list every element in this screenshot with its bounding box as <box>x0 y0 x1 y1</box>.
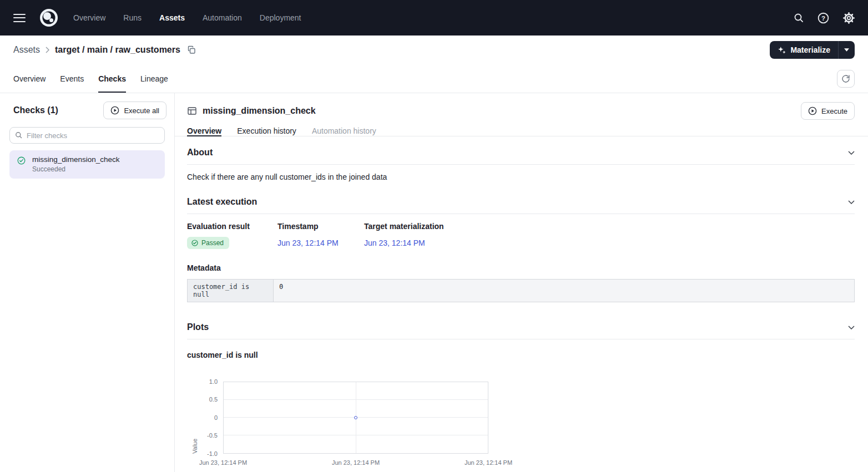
section-divider <box>187 164 855 165</box>
y-tick: -1.0 <box>187 450 218 457</box>
help-button[interactable]: ? <box>817 12 829 24</box>
nav-runs[interactable]: Runs <box>120 11 145 24</box>
filter-checks-input[interactable] <box>9 127 165 144</box>
status-badge: Passed <box>187 237 229 249</box>
list-item-check[interactable]: missing_dimension_check Succeeded <box>9 150 165 179</box>
checks-sidebar-header: Checks (1) Execute all <box>0 93 174 127</box>
about-section-header[interactable]: About <box>187 136 855 164</box>
breadcrumb: Assets target / main / raw_customers <box>13 45 196 55</box>
subtab-overview[interactable]: Overview <box>187 125 221 136</box>
checks-list: missing_dimension_check Succeeded <box>0 150 174 179</box>
col-timestamp: Timestamp <box>277 222 364 231</box>
metadata-heading: Metadata <box>187 263 855 272</box>
refresh-icon <box>841 74 850 83</box>
asset-key-path: target / main / raw_customers <box>55 45 180 55</box>
y-tick: 0 <box>187 414 218 421</box>
tab-events[interactable]: Events <box>60 64 84 93</box>
asset-tabs: Overview Events Checks Lineage <box>13 64 168 93</box>
check-title: missing_dimension_check <box>203 106 795 116</box>
hamburger-icon <box>13 14 26 22</box>
check-detail-header: missing_dimension_check Execute <box>175 93 868 125</box>
search-icon <box>794 13 804 23</box>
target-materialization-link[interactable]: Jun 23, 12:14 PM <box>364 238 855 247</box>
nav-assets[interactable]: Assets <box>156 11 188 24</box>
copy-icon <box>187 45 196 54</box>
plots-section-header[interactable]: Plots <box>187 302 855 339</box>
col-evaluation-result: Evaluation result <box>187 222 277 231</box>
latest-execution-section-header[interactable]: Latest execution <box>187 181 855 214</box>
search-icon <box>15 131 22 139</box>
gear-icon <box>843 12 855 24</box>
x-tick: Jun 23, 12:14 PM <box>465 459 512 466</box>
filter-checks-wrap <box>9 127 165 144</box>
refresh-button[interactable] <box>837 70 855 88</box>
asset-check-icon <box>187 106 197 116</box>
section-divider <box>187 214 855 214</box>
check-description: Check if there are any null customer_ids… <box>187 172 855 181</box>
sparkle-icon <box>778 46 786 54</box>
chevron-right-icon <box>46 47 49 53</box>
play-circle-icon <box>110 106 119 115</box>
materialize-label: Materialize <box>790 45 830 54</box>
asset-tabs-row: Overview Events Checks Lineage <box>0 64 868 93</box>
execution-table-header: Evaluation result Timestamp Target mater… <box>187 222 855 231</box>
plot-area <box>223 382 488 454</box>
settings-button[interactable] <box>843 12 855 24</box>
menu-button[interactable] <box>13 14 26 22</box>
app-logo-icon[interactable] <box>39 8 59 28</box>
help-icon: ? <box>817 12 829 24</box>
materialize-options-button[interactable] <box>838 41 855 59</box>
subtab-automation-history[interactable]: Automation history <box>312 125 376 136</box>
primary-nav: Overview Runs Assets Automation Deployme… <box>70 11 305 24</box>
evaluation-result: Passed <box>201 239 224 247</box>
metadata-table: customer_id is null 0 <box>187 279 855 302</box>
check-success-icon <box>191 240 198 246</box>
execute-all-button[interactable]: Execute all <box>103 101 166 119</box>
breadcrumb-row: Assets target / main / raw_customers Mat… <box>0 35 868 64</box>
nav-overview[interactable]: Overview <box>70 11 109 24</box>
tab-overview[interactable]: Overview <box>13 64 46 93</box>
nav-automation[interactable]: Automation <box>199 11 245 24</box>
metadata-value: 0 <box>274 280 854 302</box>
execute-button[interactable]: Execute <box>801 102 855 120</box>
breadcrumb-assets-link[interactable]: Assets <box>13 45 40 55</box>
check-name: missing_dimension_check <box>32 155 158 164</box>
plots-heading: Plots <box>187 322 209 332</box>
checks-sidebar: Checks (1) Execute all missing_dimension… <box>0 93 175 472</box>
metadata-plot: Value 1.0 0.5 0 -0.5 -1.0 Jun 23, 12:14 … <box>187 382 855 472</box>
materialize-button[interactable]: Materialize <box>770 41 838 59</box>
svg-text:?: ? <box>821 14 825 21</box>
subtab-execution-history[interactable]: Execution history <box>237 125 296 136</box>
col-target-materialization: Target materialization <box>364 222 855 231</box>
checks-count-title: Checks (1) <box>13 105 58 115</box>
tab-checks[interactable]: Checks <box>98 64 126 93</box>
section-divider <box>187 339 855 339</box>
y-tick: 0.5 <box>187 396 218 403</box>
latest-execution-heading: Latest execution <box>187 197 257 207</box>
x-tick: Jun 23, 12:14 PM <box>199 459 247 466</box>
tab-lineage[interactable]: Lineage <box>140 64 168 93</box>
y-tick: -0.5 <box>187 432 218 439</box>
metadata-key: customer_id is null <box>188 280 274 302</box>
chart-point[interactable] <box>354 416 357 419</box>
check-detail-body: About Check if there are any null custom… <box>175 136 868 472</box>
materialize-split-button: Materialize <box>770 41 855 59</box>
top-navigation: Overview Runs Assets Automation Deployme… <box>0 0 868 35</box>
check-detail-pane: missing_dimension_check Execute Overview… <box>175 93 868 472</box>
chevron-down-icon <box>848 326 855 329</box>
about-heading: About <box>187 148 213 158</box>
chevron-down-icon <box>848 151 855 155</box>
content-area: Checks (1) Execute all missing_dimension… <box>0 93 868 472</box>
play-circle-icon <box>808 106 817 115</box>
copy-button[interactable] <box>187 45 196 54</box>
caret-down-icon <box>844 48 849 52</box>
chevron-down-icon <box>848 200 855 204</box>
timestamp-link[interactable]: Jun 23, 12:14 PM <box>277 238 364 247</box>
execution-table-row: Passed Jun 23, 12:14 PM Jun 23, 12:14 PM <box>187 237 855 249</box>
search-button[interactable] <box>794 13 804 23</box>
x-tick: Jun 23, 12:14 PM <box>332 459 380 466</box>
plot-title: customer_id is null <box>187 351 855 359</box>
y-tick: 1.0 <box>187 378 218 385</box>
nav-deployment[interactable]: Deployment <box>256 11 305 24</box>
check-success-icon <box>17 156 26 165</box>
